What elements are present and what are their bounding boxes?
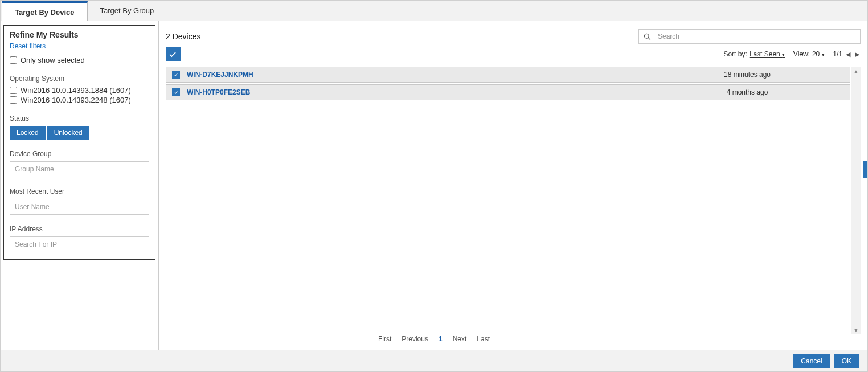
device-last-seen: 4 months ago [650,88,844,96]
caret-down-icon: ▾ [822,52,825,58]
main-area: 2 Devices Sort by: Last Seen ▾ View: [159,21,867,351]
ip-address-label: IP Address [10,225,149,233]
only-show-selected-row[interactable]: Only show selected [10,56,149,64]
side-drawer-handle[interactable] [863,161,867,178]
tab-target-by-group[interactable]: Target By Group [88,1,167,21]
status-unlocked-button[interactable]: Unlocked [47,126,89,140]
refine-panel: Refine My Results Reset filters Only sho… [3,25,155,260]
device-row[interactable]: ✓ WIN-H0TP0FE2SEB 4 months ago [166,84,850,100]
scroll-up-button[interactable]: ▲ [851,67,861,76]
sort-by-dropdown[interactable]: Last Seen ▾ [750,50,785,58]
sort-view-controls: Sort by: Last Seen ▾ View: 20 ▾ 1/1 ◀▶ [723,50,861,58]
search-icon [644,33,651,40]
scrollbar[interactable]: ▲ ▼ [851,67,861,334]
os-option-0[interactable]: Win2016 10.0.14393.1884 (1607) [10,86,149,95]
device-group-label: Device Group [10,150,149,158]
device-name-link[interactable]: WIN-D7KEJJNKPMH [187,71,253,79]
page-last-link[interactable]: Last [477,335,490,343]
refine-title: Refine My Results [10,30,149,39]
device-checkbox[interactable]: ✓ [172,88,180,96]
page-prev-button[interactable]: ◀ [845,51,851,58]
os-option-1[interactable]: Win2016 10.0.14393.2248 (1607) [10,96,149,104]
cancel-button[interactable]: Cancel [793,354,830,368]
view-dropdown[interactable]: 20 ▾ [812,50,825,58]
status-locked-button[interactable]: Locked [10,126,46,140]
footer-bar: Cancel OK [1,350,867,371]
device-name-link[interactable]: WIN-H0TP0FE2SEB [187,88,250,96]
sort-by-label: Sort by: [723,50,747,58]
only-show-selected-label: Only show selected [21,56,85,64]
os-checkbox-0[interactable] [10,87,17,94]
page-next-link[interactable]: Next [453,335,467,343]
select-all-button[interactable] [166,47,181,61]
device-count-label: 2 Devices [166,32,200,41]
status-section-label: Status [10,115,149,122]
os-label-1: Win2016 10.0.14393.2248 (1607) [21,96,131,104]
device-row[interactable]: ✓ WIN-D7KEJJNKPMH 18 minutes ago [166,67,850,83]
reset-filters-link[interactable]: Reset filters [10,42,46,50]
ok-button[interactable]: OK [834,354,859,368]
page-previous-link[interactable]: Previous [402,335,428,343]
tab-bar: Target By Device Target By Group [1,1,867,21]
page-indicator: 1/1 [833,50,842,58]
page-first-link[interactable]: First [378,335,391,343]
caret-down-icon: ▾ [782,52,785,58]
device-list: ✓ WIN-D7KEJJNKPMH 18 minutes ago ✓ WIN-H… [166,67,861,334]
pagination: First Previous 1 Next Last [1,335,867,343]
os-checkbox-1[interactable] [10,96,17,104]
search-box[interactable] [638,29,861,44]
view-label: View: [793,50,810,58]
most-recent-user-label: Most Recent User [10,187,149,195]
tab-target-by-device[interactable]: Target By Device [2,1,88,21]
page-next-button[interactable]: ▶ [854,51,861,58]
scroll-down-button[interactable]: ▼ [851,325,861,334]
device-last-seen: 18 minutes ago [650,71,844,79]
device-group-input[interactable] [10,161,149,177]
check-edit-icon [169,50,177,58]
most-recent-user-input[interactable] [10,199,149,215]
ip-address-input[interactable] [10,236,149,252]
page-current[interactable]: 1 [439,335,443,343]
only-show-selected-checkbox[interactable] [10,56,17,64]
search-input[interactable] [657,32,855,41]
os-label-0: Win2016 10.0.14393.1884 (1607) [21,86,131,95]
os-section-label: Operating System [10,75,149,83]
device-checkbox[interactable]: ✓ [172,71,180,79]
